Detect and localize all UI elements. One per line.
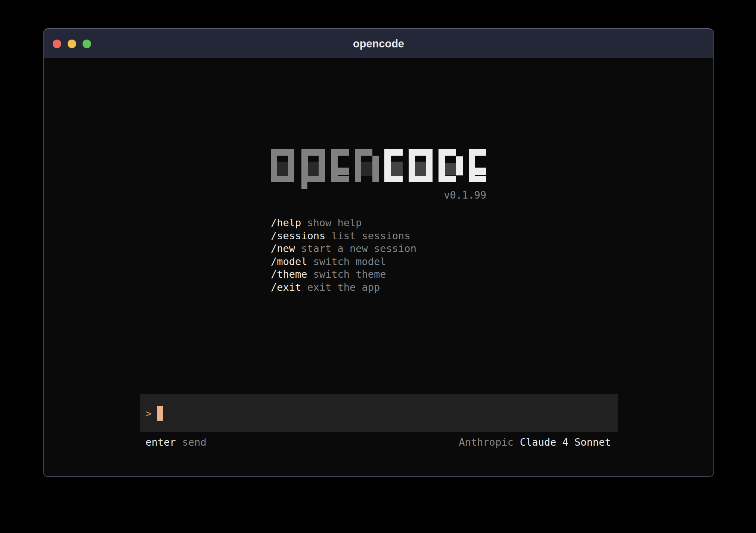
command-name: /exit — [271, 281, 301, 293]
command-row: /exitexit the app — [271, 281, 486, 294]
command-name: /help — [271, 217, 301, 228]
model-label: Claude 4 Sonnet — [520, 436, 611, 448]
model-status: AnthropicClaude 4 Sonnet — [459, 436, 611, 448]
provider-label: Anthropic — [459, 436, 513, 448]
command-description: start a new session — [301, 243, 416, 254]
command-description: show help — [307, 217, 362, 228]
command-list: /helpshow help /sessionslist sessions /n… — [271, 216, 486, 294]
command-row: /newstart a new session — [271, 242, 486, 255]
command-description: switch model — [313, 256, 386, 267]
command-description: list sessions — [331, 230, 410, 241]
version-label: v0.1.99 — [271, 190, 486, 201]
command-description: exit the app — [307, 281, 380, 293]
command-row: /sessionslist sessions — [271, 230, 486, 243]
window-title: opencode — [44, 38, 713, 50]
command-description: switch theme — [313, 268, 386, 280]
key-hint-key: enter — [146, 436, 176, 448]
command-row: /themeswitch theme — [271, 268, 486, 281]
key-hint: entersend — [146, 436, 207, 448]
hero-block: v0.1.99 /helpshow help /sessionslist ses… — [271, 149, 486, 294]
opencode-logo-icon — [271, 149, 486, 189]
command-name: /sessions — [271, 230, 325, 241]
key-hint-action: send — [182, 436, 207, 448]
titlebar[interactable]: opencode — [44, 29, 713, 58]
text-cursor — [157, 406, 163, 421]
command-row: /helpshow help — [271, 216, 486, 230]
app-window: opencode — [43, 28, 714, 477]
status-bar: entersend AnthropicClaude 4 Sonnet — [140, 437, 618, 447]
command-name: /new — [271, 243, 295, 254]
command-name: /model — [271, 256, 307, 267]
prompt-input[interactable]: > — [140, 394, 618, 432]
command-row: /modelswitch model — [271, 255, 486, 268]
terminal-content: v0.1.99 /helpshow help /sessionslist ses… — [44, 58, 713, 476]
prompt-symbol: > — [146, 408, 152, 419]
command-name: /theme — [271, 268, 307, 280]
